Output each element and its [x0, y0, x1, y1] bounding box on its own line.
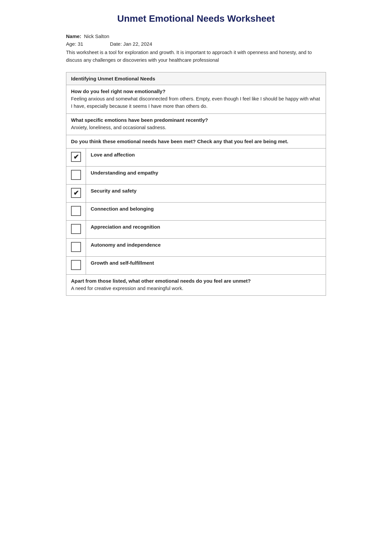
other-needs-cell: Apart from those listed, what other emot…: [66, 274, 326, 296]
checkbox-5[interactable]: [71, 242, 81, 252]
checkbox-cell-3[interactable]: [66, 202, 86, 220]
checkbox-section-question: Do you think these emotional needs have …: [71, 139, 321, 144]
question-1-cell: How do you feel right now emotionally? F…: [66, 85, 326, 114]
checkbox-4[interactable]: [71, 224, 81, 234]
checkbox-cell-0[interactable]: [66, 148, 86, 166]
date-group: Date: Jan 22, 2024: [110, 41, 152, 47]
checkbox-section-question-cell: Do you think these emotional needs have …: [66, 135, 326, 148]
need-label-6: Growth and self-fulfillment: [86, 256, 326, 274]
checkbox-1[interactable]: [71, 170, 81, 180]
checkbox-cell-1[interactable]: [66, 166, 86, 184]
need-label-4: Appreciation and recognition: [86, 220, 326, 238]
need-row-1: Understanding and empathy: [66, 166, 326, 184]
need-row-3: Connection and belonging: [66, 202, 326, 220]
intro-text: This worksheet is a tool for exploration…: [66, 49, 326, 64]
main-table: Identifying Unmet Emotional Needs How do…: [66, 72, 326, 296]
question-2-row: What specific emotions have been predomi…: [66, 113, 326, 135]
checkbox-cell-2[interactable]: [66, 184, 86, 202]
need-row-6: Growth and self-fulfillment: [66, 256, 326, 274]
checkbox-0[interactable]: [71, 152, 81, 162]
need-label-1: Understanding and empathy: [86, 166, 326, 184]
question-2-label: What specific emotions have been predomi…: [71, 117, 321, 123]
age-value: 31: [78, 41, 83, 47]
question-1-label: How do you feel right now emotionally?: [71, 88, 321, 94]
checkbox-section-question-row: Do you think these emotional needs have …: [66, 135, 326, 148]
need-row-5: Autonomy and independence: [66, 238, 326, 256]
age-label: Age:: [66, 41, 76, 47]
name-row: Name: Nick Salton: [66, 33, 326, 39]
section-header: Identifying Unmet Emotional Needs: [66, 72, 326, 85]
page-title: Unmet Emotional Needs Worksheet: [66, 13, 326, 24]
age-date-row: Age: 31 Date: Jan 22, 2024: [66, 41, 326, 47]
need-row-2: Security and safety: [66, 184, 326, 202]
section-header-row: Identifying Unmet Emotional Needs: [66, 72, 326, 85]
name-label: Name:: [66, 33, 81, 39]
date-label: Date:: [110, 41, 122, 47]
checkbox-cell-5[interactable]: [66, 238, 86, 256]
question-2-cell: What specific emotions have been predomi…: [66, 113, 326, 135]
other-needs-row: Apart from those listed, what other emot…: [66, 274, 326, 296]
need-label-3: Connection and belonging: [86, 202, 326, 220]
question-2-answer: Anxiety, loneliness, and occasional sadn…: [71, 124, 321, 131]
other-needs-answer: A need for creative expression and meani…: [71, 285, 321, 292]
age-group: Age: 31: [66, 41, 83, 47]
need-label-0: Love and affection: [86, 148, 326, 166]
date-value: Jan 22, 2024: [123, 41, 152, 47]
checkbox-cell-4[interactable]: [66, 220, 86, 238]
other-needs-question: Apart from those listed, what other emot…: [71, 278, 321, 284]
checkbox-6[interactable]: [71, 260, 81, 270]
need-row-4: Appreciation and recognition: [66, 220, 326, 238]
checkbox-2[interactable]: [71, 188, 81, 198]
need-label-5: Autonomy and independence: [86, 238, 326, 256]
need-row-0: Love and affection: [66, 148, 326, 166]
checkbox-3[interactable]: [71, 206, 81, 216]
need-label-2: Security and safety: [86, 184, 326, 202]
question-1-answer: Feeling anxious and somewhat disconnecte…: [71, 95, 321, 110]
question-1-row: How do you feel right now emotionally? F…: [66, 85, 326, 114]
name-value: Nick Salton: [84, 33, 109, 39]
checkbox-cell-6[interactable]: [66, 256, 86, 274]
